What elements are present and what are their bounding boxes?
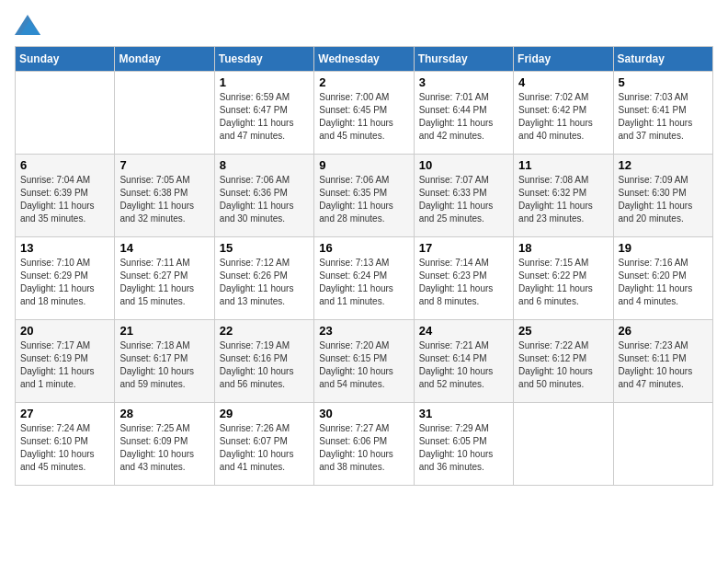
calendar-cell: 31Sunrise: 7:29 AM Sunset: 6:05 PM Dayli… <box>414 403 513 486</box>
day-number: 10 <box>419 158 508 172</box>
day-info: Sunrise: 7:29 AM Sunset: 6:05 PM Dayligh… <box>419 422 508 474</box>
day-info: Sunrise: 7:25 AM Sunset: 6:09 PM Dayligh… <box>119 422 209 474</box>
day-info: Sunrise: 7:19 AM Sunset: 6:16 PM Dayligh… <box>220 339 309 391</box>
day-number: 14 <box>119 241 209 255</box>
calendar-cell: 29Sunrise: 7:26 AM Sunset: 6:07 PM Dayli… <box>214 403 313 486</box>
day-number: 21 <box>119 324 209 338</box>
calendar-cell: 9Sunrise: 7:06 AM Sunset: 6:35 PM Daylig… <box>314 155 414 237</box>
day-number: 31 <box>419 407 508 420</box>
day-number: 24 <box>419 324 508 338</box>
calendar-cell: 14Sunrise: 7:11 AM Sunset: 6:27 PM Dayli… <box>115 237 214 320</box>
day-number: 28 <box>119 407 209 420</box>
calendar-cell: 15Sunrise: 7:12 AM Sunset: 6:26 PM Dayli… <box>214 237 313 320</box>
week-row-2: 6Sunrise: 7:04 AM Sunset: 6:39 PM Daylig… <box>16 155 713 237</box>
day-number: 4 <box>518 75 608 89</box>
column-header-friday: Friday <box>514 47 613 72</box>
day-number: 23 <box>319 324 408 338</box>
calendar-cell: 13Sunrise: 7:10 AM Sunset: 6:29 PM Dayli… <box>16 237 115 320</box>
calendar-cell: 11Sunrise: 7:08 AM Sunset: 6:32 PM Dayli… <box>514 155 613 237</box>
header <box>15 15 713 35</box>
day-info: Sunrise: 7:11 AM Sunset: 6:27 PM Dayligh… <box>119 257 209 308</box>
day-number: 9 <box>319 158 408 172</box>
day-number: 1 <box>220 75 309 89</box>
calendar-cell: 30Sunrise: 7:27 AM Sunset: 6:06 PM Dayli… <box>314 403 414 486</box>
calendar-cell <box>613 403 712 486</box>
day-info: Sunrise: 7:18 AM Sunset: 6:17 PM Dayligh… <box>119 339 209 391</box>
day-info: Sunrise: 7:20 AM Sunset: 6:15 PM Dayligh… <box>319 339 408 391</box>
calendar-cell: 26Sunrise: 7:23 AM Sunset: 6:11 PM Dayli… <box>613 320 712 403</box>
day-info: Sunrise: 7:13 AM Sunset: 6:24 PM Dayligh… <box>319 257 408 308</box>
calendar-cell: 24Sunrise: 7:21 AM Sunset: 6:14 PM Dayli… <box>414 320 513 403</box>
day-info: Sunrise: 7:07 AM Sunset: 6:33 PM Dayligh… <box>419 174 508 225</box>
calendar-cell: 12Sunrise: 7:09 AM Sunset: 6:30 PM Dayli… <box>613 155 712 237</box>
day-number: 6 <box>20 158 109 172</box>
day-info: Sunrise: 7:03 AM Sunset: 6:41 PM Dayligh… <box>619 91 708 143</box>
calendar-cell: 21Sunrise: 7:18 AM Sunset: 6:17 PM Dayli… <box>115 320 214 403</box>
calendar-cell: 16Sunrise: 7:13 AM Sunset: 6:24 PM Dayli… <box>314 237 414 320</box>
calendar-cell: 27Sunrise: 7:24 AM Sunset: 6:10 PM Dayli… <box>16 403 115 486</box>
day-info: Sunrise: 7:06 AM Sunset: 6:36 PM Dayligh… <box>220 174 309 225</box>
day-info: Sunrise: 7:09 AM Sunset: 6:30 PM Dayligh… <box>619 174 708 225</box>
calendar-cell: 10Sunrise: 7:07 AM Sunset: 6:33 PM Dayli… <box>414 155 513 237</box>
day-number: 27 <box>20 407 109 420</box>
column-header-sunday: Sunday <box>16 47 115 72</box>
day-info: Sunrise: 7:17 AM Sunset: 6:19 PM Dayligh… <box>20 339 109 391</box>
calendar-cell: 2Sunrise: 7:00 AM Sunset: 6:45 PM Daylig… <box>314 72 414 155</box>
column-header-thursday: Thursday <box>414 47 513 72</box>
calendar-cell: 7Sunrise: 7:05 AM Sunset: 6:38 PM Daylig… <box>115 155 214 237</box>
calendar-cell: 23Sunrise: 7:20 AM Sunset: 6:15 PM Dayli… <box>314 320 414 403</box>
calendar-cell: 1Sunrise: 6:59 AM Sunset: 6:47 PM Daylig… <box>214 72 313 155</box>
day-number: 15 <box>220 241 309 255</box>
calendar-cell: 25Sunrise: 7:22 AM Sunset: 6:12 PM Dayli… <box>514 320 613 403</box>
logo <box>15 15 44 35</box>
column-header-tuesday: Tuesday <box>214 47 313 72</box>
day-number: 18 <box>518 241 608 255</box>
calendar-cell <box>514 403 613 486</box>
day-number: 5 <box>619 75 708 89</box>
calendar-cell <box>16 72 115 155</box>
logo-icon <box>15 15 40 35</box>
day-info: Sunrise: 7:26 AM Sunset: 6:07 PM Dayligh… <box>220 422 309 474</box>
day-number: 2 <box>319 75 408 89</box>
day-info: Sunrise: 7:22 AM Sunset: 6:12 PM Dayligh… <box>518 339 608 391</box>
day-number: 12 <box>619 158 708 172</box>
header-row: SundayMondayTuesdayWednesdayThursdayFrid… <box>16 47 713 72</box>
day-info: Sunrise: 7:00 AM Sunset: 6:45 PM Dayligh… <box>319 91 408 143</box>
calendar-cell: 19Sunrise: 7:16 AM Sunset: 6:20 PM Dayli… <box>613 237 712 320</box>
column-header-saturday: Saturday <box>613 47 712 72</box>
calendar-cell: 5Sunrise: 7:03 AM Sunset: 6:41 PM Daylig… <box>613 72 712 155</box>
day-info: Sunrise: 7:15 AM Sunset: 6:22 PM Dayligh… <box>518 257 608 308</box>
calendar-cell: 6Sunrise: 7:04 AM Sunset: 6:39 PM Daylig… <box>16 155 115 237</box>
day-number: 7 <box>119 158 209 172</box>
calendar-table: SundayMondayTuesdayWednesdayThursdayFrid… <box>15 46 713 486</box>
calendar-cell: 8Sunrise: 7:06 AM Sunset: 6:36 PM Daylig… <box>214 155 313 237</box>
day-number: 11 <box>518 158 608 172</box>
day-number: 30 <box>319 407 408 420</box>
day-info: Sunrise: 7:01 AM Sunset: 6:44 PM Dayligh… <box>419 91 508 143</box>
column-header-monday: Monday <box>115 47 214 72</box>
day-info: Sunrise: 7:21 AM Sunset: 6:14 PM Dayligh… <box>419 339 508 391</box>
day-info: Sunrise: 7:02 AM Sunset: 6:42 PM Dayligh… <box>518 91 608 143</box>
day-number: 26 <box>619 324 708 338</box>
day-info: Sunrise: 7:05 AM Sunset: 6:38 PM Dayligh… <box>119 174 209 225</box>
day-info: Sunrise: 7:23 AM Sunset: 6:11 PM Dayligh… <box>619 339 708 391</box>
calendar-cell: 4Sunrise: 7:02 AM Sunset: 6:42 PM Daylig… <box>514 72 613 155</box>
day-number: 20 <box>20 324 109 338</box>
calendar-cell: 18Sunrise: 7:15 AM Sunset: 6:22 PM Dayli… <box>514 237 613 320</box>
day-number: 16 <box>319 241 408 255</box>
calendar-cell: 3Sunrise: 7:01 AM Sunset: 6:44 PM Daylig… <box>414 72 513 155</box>
calendar-cell <box>115 72 214 155</box>
day-info: Sunrise: 7:10 AM Sunset: 6:29 PM Dayligh… <box>20 257 109 308</box>
day-info: Sunrise: 7:04 AM Sunset: 6:39 PM Dayligh… <box>20 174 109 225</box>
day-number: 17 <box>419 241 508 255</box>
day-info: Sunrise: 7:14 AM Sunset: 6:23 PM Dayligh… <box>419 257 508 308</box>
column-header-wednesday: Wednesday <box>314 47 414 72</box>
calendar-cell: 22Sunrise: 7:19 AM Sunset: 6:16 PM Dayli… <box>214 320 313 403</box>
week-row-1: 1Sunrise: 6:59 AM Sunset: 6:47 PM Daylig… <box>16 72 713 155</box>
day-info: Sunrise: 7:16 AM Sunset: 6:20 PM Dayligh… <box>619 257 708 308</box>
day-info: Sunrise: 7:12 AM Sunset: 6:26 PM Dayligh… <box>220 257 309 308</box>
day-info: Sunrise: 7:06 AM Sunset: 6:35 PM Dayligh… <box>319 174 408 225</box>
calendar-cell: 17Sunrise: 7:14 AM Sunset: 6:23 PM Dayli… <box>414 237 513 320</box>
calendar-cell: 28Sunrise: 7:25 AM Sunset: 6:09 PM Dayli… <box>115 403 214 486</box>
calendar-cell: 20Sunrise: 7:17 AM Sunset: 6:19 PM Dayli… <box>16 320 115 403</box>
